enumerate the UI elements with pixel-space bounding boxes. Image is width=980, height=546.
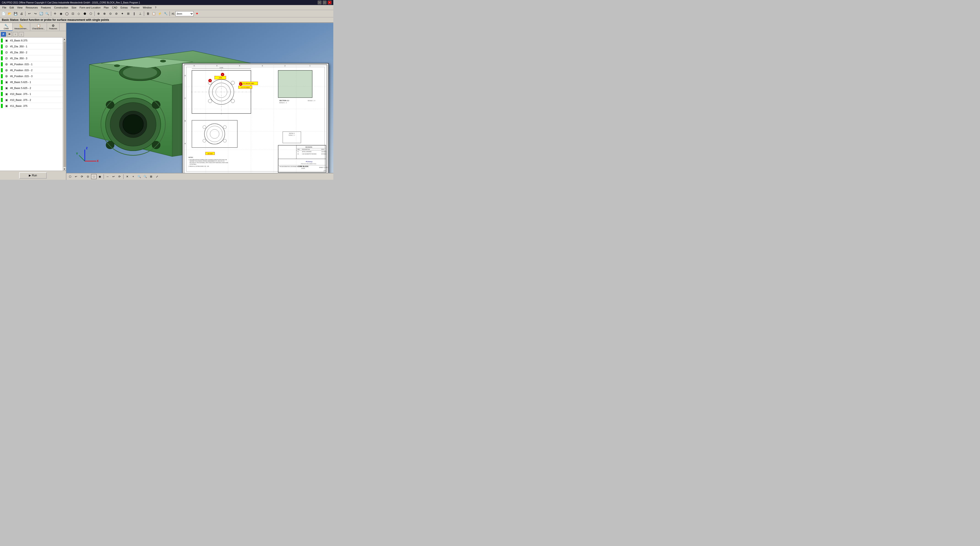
menu-cad[interactable]: CAD <box>111 6 119 10</box>
menu-view[interactable]: View <box>16 6 24 10</box>
print-button[interactable]: 🖨 <box>19 11 24 16</box>
filter-p-button[interactable]: P <box>1 32 6 37</box>
tool10[interactable]: ⊙ <box>108 11 113 16</box>
tool19[interactable]: 🔧 <box>163 11 169 16</box>
tool11[interactable]: ⊘ <box>113 11 119 16</box>
list-item[interactable]: ▣ #10_Basic .375 - 1 <box>0 91 63 97</box>
view-btn-2[interactable]: ↩ <box>73 174 79 179</box>
menu-size[interactable]: Size <box>70 6 78 10</box>
menu-form-location[interactable]: Form and Location <box>78 6 102 10</box>
list-item[interactable]: ⊕ #6_Position .015 - 1 <box>0 61 63 67</box>
tool18[interactable]: ⚡ <box>157 11 162 16</box>
view-btn-4[interactable]: ⊙ <box>85 174 91 179</box>
view-btn-12[interactable]: 🔍 <box>137 174 142 179</box>
svg-text:2: 2 <box>240 83 241 85</box>
svg-text:NOTES:: NOTES: <box>188 157 193 158</box>
svg-text:2.   BREAK ALL OUTSIDE EDGES .: 2. BREAK ALL OUTSIDE EDGES .010 - .030. <box>188 166 209 167</box>
svg-text:SHEET 1 OF 1: SHEET 1 OF 1 <box>319 167 328 168</box>
zoom-button[interactable]: 🔍 <box>45 11 50 16</box>
view-btn-13[interactable]: 🔍 <box>142 174 148 179</box>
tab-characteristics[interactable]: 📋 Characterist... <box>30 23 47 31</box>
tool15[interactable]: ⊥ <box>137 11 143 16</box>
menu-file[interactable]: File <box>1 6 8 10</box>
tool13[interactable]: ⊞ <box>126 11 131 16</box>
menu-construction[interactable]: Construction <box>52 6 70 10</box>
save-button[interactable]: 💾 <box>13 11 18 16</box>
list-item[interactable]: ▣ #3_Basic 8.375 <box>0 38 63 43</box>
close-button[interactable]: ✕ <box>328 1 331 4</box>
list-item[interactable]: ▣ #11_Basic .375 <box>0 103 63 109</box>
tool8[interactable]: ⊕ <box>96 11 101 16</box>
tool14[interactable]: ∥ <box>131 11 137 16</box>
list-item[interactable]: ▣ #8_Basic 5.625 - 2 <box>0 85 63 91</box>
filter-edit-button[interactable]: ✏ <box>7 32 12 37</box>
characteristics-icon: 📋 <box>37 24 41 27</box>
view-btn-14[interactable]: ⊞ <box>148 174 154 179</box>
list-item[interactable]: ⊘ #5_Dia .350 - 2 <box>0 49 63 56</box>
view-btn-10[interactable]: ✕ <box>124 174 130 179</box>
list-item[interactable]: ⊘ #5_Dia .350 - 1 <box>0 43 63 49</box>
tab-cmm-label: CMM <box>4 27 9 30</box>
minimize-button[interactable]: ─ <box>318 1 321 4</box>
list-item[interactable]: ⊕ #6_Position .015 - 3 <box>0 73 63 79</box>
rotate-button[interactable]: 🔄 <box>38 11 44 16</box>
tab-cmm[interactable]: 🔧 CMM <box>0 23 13 31</box>
tab-features[interactable]: ⚙ Features <box>47 23 59 31</box>
list-scrollbar[interactable]: ▲ ▼ <box>63 38 66 171</box>
scroll-down-arrow[interactable]: ▼ <box>63 167 66 171</box>
tool17[interactable]: 📋 <box>151 11 157 16</box>
menu-window[interactable]: Window <box>142 6 153 10</box>
open-button[interactable]: 📂 <box>7 11 12 16</box>
list-item[interactable]: ⊘ #5_Dia .350 - 3 <box>0 56 63 61</box>
run-button[interactable]: ▶ Run <box>19 172 47 179</box>
view-btn-5[interactable]: □ <box>91 174 97 179</box>
view-btn-15[interactable]: ⤢ <box>154 174 160 179</box>
redo-button[interactable]: ↪ <box>32 11 38 16</box>
svg-text:B: B <box>185 120 186 122</box>
list-item[interactable]: ▣ #8_Basic 5.625 - 1 <box>0 79 63 85</box>
status-indicator <box>1 62 3 66</box>
tool2[interactable]: ◉ <box>58 11 64 16</box>
item-label: #8_Basic 5.625 - 1 <box>10 81 31 84</box>
tool1[interactable]: ✛ <box>52 11 58 16</box>
probe-dropdown[interactable]: 3mm 1mm 2mm 5mm <box>175 11 194 16</box>
menu-extras[interactable]: Extras <box>119 6 129 10</box>
tool12[interactable]: ✦ <box>119 11 125 16</box>
menu-planner[interactable]: Planner <box>130 6 141 10</box>
tool9[interactable]: ⊗ <box>102 11 107 16</box>
probe-confirm[interactable]: ✦ <box>194 11 200 16</box>
maximize-button[interactable]: □ <box>323 1 326 4</box>
filter-up-button[interactable]: ↑ <box>13 32 18 37</box>
list-item[interactable]: ⊕ #6_Position .015 - 2 <box>0 67 63 73</box>
tool4[interactable]: ⊡ <box>70 11 76 16</box>
status-indicator <box>1 86 3 90</box>
tool5[interactable]: ◇ <box>76 11 81 16</box>
status-indicator <box>1 38 3 43</box>
sep2 <box>51 11 51 16</box>
svg-text:Z: Z <box>86 147 88 150</box>
menu-edit[interactable]: Edit <box>8 6 15 10</box>
menu-help[interactable]: ? <box>154 6 158 10</box>
menu-plan[interactable]: Plan <box>102 6 110 10</box>
scroll-thumb[interactable] <box>63 41 66 167</box>
new-button[interactable]: 📄 <box>1 11 6 16</box>
tab-measurement[interactable]: 📐 Measuremen... <box>13 23 30 31</box>
scroll-up-arrow[interactable]: ▲ <box>63 38 66 41</box>
list-item[interactable]: ▣ #10_Basic .375 - 2 <box>0 97 63 103</box>
view-btn-6[interactable]: ◉ <box>97 174 103 179</box>
view-btn-11[interactable]: + <box>130 174 136 179</box>
view-btn-1[interactable]: ⬡ <box>67 174 73 179</box>
tool6[interactable]: ⬟ <box>82 11 88 16</box>
tool7[interactable]: ⬠ <box>88 11 94 16</box>
tool3[interactable]: ◯ <box>64 11 70 16</box>
menu-resources[interactable]: Resources <box>24 6 39 10</box>
view-btn-7[interactable]: ↔ <box>105 174 110 179</box>
tool16[interactable]: 🗑 <box>145 11 151 16</box>
view-btn-3[interactable]: ⟳ <box>79 174 85 179</box>
filter-down-button[interactable]: ↓ <box>19 32 24 37</box>
view-btn-9[interactable]: ⟳ <box>117 174 122 179</box>
measurement-list: ▣ #3_Basic 8.375 ⊘ #5_Dia .350 - 1 ⊘ #5_… <box>0 38 63 171</box>
menu-features[interactable]: Features <box>40 6 52 10</box>
view-btn-8[interactable]: ↩ <box>111 174 116 179</box>
undo-button[interactable]: ↩ <box>27 11 32 16</box>
